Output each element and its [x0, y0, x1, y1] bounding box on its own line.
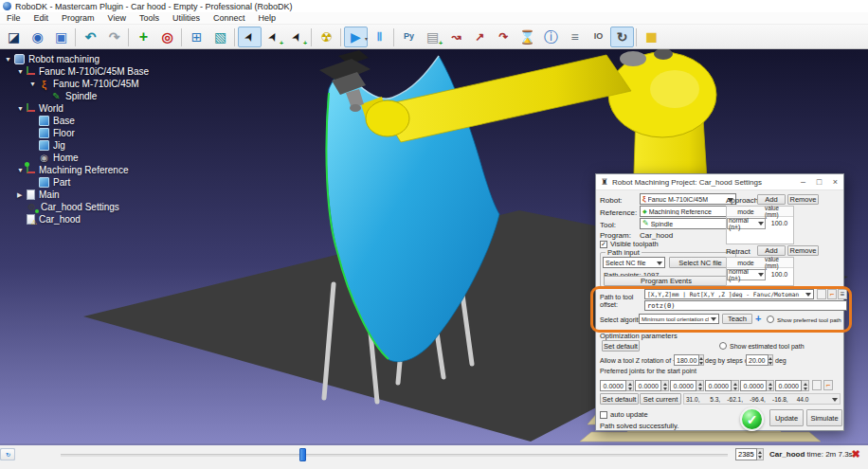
minimize-button[interactable]: –: [795, 174, 811, 189]
redo-icon[interactable]: ↷: [102, 27, 126, 47]
robot-combo[interactable]: Fanuc M-710iC/45M: [640, 193, 736, 205]
menu-view[interactable]: View: [101, 13, 133, 23]
select-move-reference-icon[interactable]: ➤ +: [262, 27, 285, 47]
add-target-icon[interactable]: ◎: [155, 27, 179, 47]
isometric-view-icon[interactable]: ▧: [208, 27, 232, 47]
spinner-arrows[interactable]: [661, 380, 669, 391]
spinner-arrows[interactable]: [757, 448, 764, 460]
tree-item-fanuc-base[interactable]: ▼ Fanuc M-710iC/45M Base: [3, 65, 149, 78]
expander-icon[interactable]: ▼: [17, 105, 27, 112]
tree-item-car-hood-settings[interactable]: Car_hood Settings: [3, 201, 149, 213]
tree-item-world[interactable]: ▼ World: [3, 102, 149, 115]
offset-reset-button[interactable]: ⌐: [827, 289, 837, 299]
approach-value-cell[interactable]: 100.0: [766, 220, 793, 226]
spinner-arrows[interactable]: [699, 354, 704, 366]
retract-mode-combo[interactable]: normal (n+): [727, 269, 766, 280]
move-joint-icon[interactable]: ↝: [444, 27, 468, 47]
tree-item-robot-machining[interactable]: ▼ Robot machining: [3, 53, 149, 65]
python-icon[interactable]: Py: [397, 27, 421, 47]
spinner-arrows[interactable]: [769, 354, 773, 366]
menu-utilities[interactable]: Utilities: [166, 13, 207, 23]
joints-set-current-button[interactable]: Set current: [640, 393, 681, 405]
joint-spinbox[interactable]: 0.0000: [740, 380, 774, 391]
step-spinbox[interactable]: 20.00: [746, 354, 772, 366]
connect-robot-icon[interactable]: ≡: [563, 27, 587, 47]
tree-item-base[interactable]: Base: [3, 115, 149, 127]
expander-icon[interactable]: ▼: [5, 56, 14, 63]
joint-spinbox[interactable]: 0.0000: [670, 380, 704, 391]
check-collisions-icon[interactable]: ☢: [315, 27, 338, 47]
joint-spinbox[interactable]: 0.0000: [775, 380, 809, 391]
website-icon[interactable]: ◉: [26, 27, 49, 47]
approach-add-button[interactable]: Add: [757, 194, 786, 205]
menu-edit[interactable]: Edit: [27, 13, 56, 23]
expander-icon[interactable]: ▼: [17, 68, 27, 75]
spinner-arrows[interactable]: [802, 380, 809, 391]
spinner-arrows[interactable]: [696, 380, 704, 391]
offset-format-combo[interactable]: [X,Y,Z]mm | Rot[X,Y ,Z ]deg - Fanuc/Moto…: [644, 289, 814, 299]
menu-tools[interactable]: Tools: [133, 13, 166, 23]
joint-spinbox[interactable]: 0.0000: [600, 380, 634, 391]
spinner-arrows[interactable]: [732, 380, 739, 391]
pause-icon[interactable]: Ⅱ: [368, 27, 391, 47]
simulation-slider-track[interactable]: [61, 454, 728, 457]
expander-icon[interactable]: ▼: [17, 167, 27, 173]
dialog-title-bar[interactable]: ♜ Robot Machining Project: Car_hood Sett…: [596, 174, 843, 190]
joints-set-default-button[interactable]: Set default: [600, 393, 639, 405]
tree-item-jig[interactable]: Jig: [3, 139, 149, 152]
tree-item-floor[interactable]: Floor: [3, 127, 149, 139]
reference-combo[interactable]: Machining Reference: [640, 206, 736, 217]
select-move-tool-icon[interactable]: ➤ +: [285, 27, 309, 47]
approach-mode-combo[interactable]: normal (n+): [727, 218, 766, 229]
tree-item-car-hood[interactable]: Car_hood: [3, 213, 149, 225]
simulation-slider-handle[interactable]: [299, 448, 306, 461]
joint-spinbox[interactable]: 0.0000: [705, 380, 739, 391]
expander-icon[interactable]: ▶: [17, 191, 27, 199]
wait-icon[interactable]: ⌛: [515, 27, 539, 47]
stop-close-icon[interactable]: ✖: [848, 447, 863, 461]
offset-menu-button[interactable]: ≡: [838, 289, 847, 299]
sync-icon[interactable]: ↻: [610, 27, 634, 47]
io-icon[interactable]: IO: [587, 27, 610, 47]
tool-combo[interactable]: Spindle: [640, 218, 736, 229]
auto-update-checkbox[interactable]: auto update: [600, 410, 648, 419]
expander-icon[interactable]: ▼: [29, 81, 39, 87]
menu-help[interactable]: Help: [251, 13, 282, 23]
joints-reset-button[interactable]: ⌐: [823, 380, 833, 390]
add-frame-icon[interactable]: +: [132, 27, 155, 47]
spinner-arrows[interactable]: [767, 380, 774, 391]
show-message-icon[interactable]: ⓘ: [539, 27, 563, 47]
add-program-icon[interactable]: ▤ +: [421, 27, 444, 47]
tree-item-fanuc-robot[interactable]: ▼ Fanuc M-710iC/45M: [3, 78, 149, 90]
teach-button[interactable]: Teach: [722, 314, 752, 324]
mastercam-plugin-icon[interactable]: ◼: [640, 27, 663, 47]
program-events-button[interactable]: Program Events: [604, 276, 729, 286]
frame-spinbox[interactable]: 2385: [735, 448, 764, 460]
algorithm-combo[interactable]: Minimum tool orientation change: [639, 314, 719, 324]
select-nc-dropdown[interactable]: Select NC file: [603, 257, 665, 268]
tree-item-machining-reference[interactable]: ▼ Machining Reference: [3, 164, 149, 176]
retract-remove-button[interactable]: Remove: [787, 245, 819, 256]
loop-button[interactable]: ↻: [0, 448, 15, 460]
visible-toolpath-checkbox[interactable]: ✓ Visible toolpath: [600, 240, 659, 248]
maximize-button[interactable]: □: [811, 174, 827, 189]
show-preferred-toolpath-radio[interactable]: Show preferred tool path: [767, 316, 841, 323]
tree-item-main[interactable]: ▶ Main: [3, 189, 149, 201]
current-joints-readout[interactable]: 31.0, 5.3, -62.1, -96.4, -16.8, 44.0: [683, 393, 841, 405]
menu-program[interactable]: Program: [55, 13, 101, 23]
open-project-icon[interactable]: ◪: [2, 27, 26, 47]
select-icon[interactable]: ➤: [238, 27, 262, 47]
retract-add-button[interactable]: Add: [757, 245, 786, 256]
show-estimated-toolpath-radio[interactable]: Show estimated tool path: [719, 342, 805, 350]
retract-value-cell[interactable]: 100.0: [766, 271, 793, 278]
add-preferred-path-button[interactable]: +: [755, 313, 761, 324]
close-button[interactable]: ×: [827, 174, 843, 189]
approach-remove-button[interactable]: Remove: [787, 194, 819, 205]
fit-view-icon[interactable]: ⊞: [185, 27, 208, 47]
menu-connect[interactable]: Connect: [207, 13, 252, 23]
select-nc-file-button[interactable]: Select NC file: [669, 257, 732, 268]
tree-item-spindle[interactable]: Spindle: [3, 90, 149, 102]
tree-item-part[interactable]: Part: [3, 176, 149, 189]
simulate-button[interactable]: Simulate: [806, 409, 842, 426]
move-circular-icon[interactable]: ↷: [492, 27, 515, 47]
